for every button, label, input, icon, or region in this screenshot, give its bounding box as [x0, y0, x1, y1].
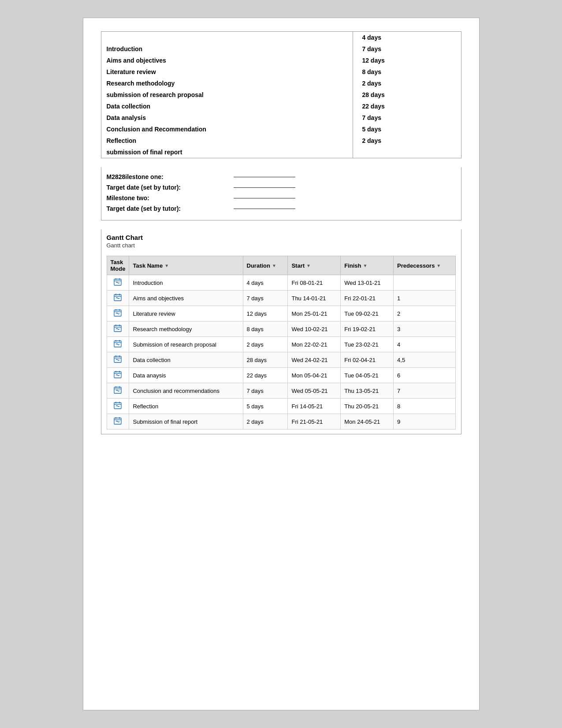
- summary-task-name: Conclusion and Recommendation: [101, 123, 353, 135]
- svg-rect-28: [114, 387, 121, 393]
- gantt-column-header[interactable]: Duration▼: [243, 256, 288, 275]
- gantt-task-name: Conclusion and recommendations: [129, 383, 243, 399]
- summary-duration: 4 days: [353, 32, 461, 44]
- gantt-start: Mon 05-04-21: [288, 368, 341, 383]
- svg-rect-24: [114, 372, 121, 378]
- gantt-predecessors: 4: [394, 337, 455, 352]
- svg-rect-4: [114, 295, 121, 301]
- task-mode-icon: [114, 309, 122, 318]
- svg-rect-32: [114, 403, 121, 409]
- milestone-label: Milestone two:: [107, 194, 230, 202]
- sort-arrow-icon[interactable]: ▼: [306, 263, 311, 268]
- summary-row: Conclusion and Recommendation5 days: [101, 123, 461, 135]
- gantt-finish: Thu 20-05-21: [341, 399, 394, 414]
- gantt-task-name: Aims and objectives: [129, 291, 243, 306]
- gantt-start: Fri 08-01-21: [288, 275, 341, 291]
- milestone-label: M2828ilestone one:: [107, 173, 230, 180]
- summary-row: submission of final report: [101, 146, 461, 158]
- gantt-duration: 7 days: [243, 291, 288, 306]
- gantt-start: Mon 25-01-21: [288, 306, 341, 321]
- svg-rect-36: [114, 418, 121, 424]
- gantt-duration: 2 days: [243, 414, 288, 429]
- gantt-table: Task ModeTask Name▼Duration▼Start▼Finish…: [107, 256, 456, 429]
- gantt-subtitle: Gantt chart: [107, 242, 456, 249]
- sort-arrow-icon[interactable]: ▼: [363, 263, 368, 268]
- svg-rect-12: [114, 325, 121, 332]
- gantt-duration: 2 days: [243, 337, 288, 352]
- summary-row: Data collection22 days: [101, 101, 461, 112]
- summary-row: Data analysis7 days: [101, 112, 461, 123]
- gantt-task-name: Reflection: [129, 399, 243, 414]
- summary-row: 4 days: [101, 32, 461, 44]
- task-mode-cell: [107, 352, 129, 368]
- milestones-section: M2828ilestone one:Target date (set by tu…: [101, 167, 462, 220]
- gantt-row: Research methodology8 daysWed 10-02-21Fr…: [107, 321, 455, 337]
- summary-task-name: [101, 32, 353, 44]
- gantt-column-header[interactable]: Finish▼: [341, 256, 394, 275]
- milestone-row: Target date (set by tutor):: [107, 184, 456, 191]
- sort-arrow-icon[interactable]: ▼: [272, 263, 276, 268]
- gantt-row: Submission of research proposal2 daysMon…: [107, 337, 455, 352]
- gantt-finish: Tue 04-05-21: [341, 368, 394, 383]
- gantt-duration: 28 days: [243, 352, 288, 368]
- task-mode-icon: [114, 278, 122, 287]
- column-label: Finish: [344, 262, 361, 269]
- summary-table: 4 daysIntroduction7 daysAims and objecti…: [101, 31, 462, 158]
- gantt-task-name: Research methodology: [129, 321, 243, 337]
- gantt-column-header[interactable]: Start▼: [288, 256, 341, 275]
- gantt-finish: Fri 02-04-21: [341, 352, 394, 368]
- task-mode-icon: [114, 386, 122, 396]
- gantt-row: Data collection28 daysWed 24-02-21Fri 02…: [107, 352, 455, 368]
- task-mode-cell: [107, 383, 129, 399]
- gantt-predecessors: 9: [394, 414, 455, 429]
- column-label: Duration: [247, 262, 270, 269]
- page: 4 daysIntroduction7 daysAims and objecti…: [83, 18, 480, 710]
- gantt-finish: Fri 22-01-21: [341, 291, 394, 306]
- summary-task-name: Data analysis: [101, 112, 353, 123]
- gantt-task-name: Introduction: [129, 275, 243, 291]
- gantt-duration: 22 days: [243, 368, 288, 383]
- task-mode-cell: [107, 306, 129, 321]
- summary-row: Research methodology2 days: [101, 78, 461, 89]
- summary-row: Introduction7 days: [101, 43, 461, 55]
- gantt-duration: 5 days: [243, 399, 288, 414]
- svg-rect-20: [114, 356, 121, 362]
- sort-arrow-icon[interactable]: ▼: [436, 263, 441, 268]
- gantt-predecessors: [394, 275, 455, 291]
- task-mode-icon: [114, 417, 122, 426]
- svg-rect-8: [114, 310, 121, 316]
- summary-duration: 22 days: [353, 101, 461, 112]
- gantt-row: Submission of final report2 daysFri 21-0…: [107, 414, 455, 429]
- gantt-start: Thu 14-01-21: [288, 291, 341, 306]
- gantt-predecessors: 2: [394, 306, 455, 321]
- gantt-column-header[interactable]: Task Mode: [107, 256, 129, 275]
- summary-task-name: Data collection: [101, 101, 353, 112]
- sort-arrow-icon[interactable]: ▼: [164, 263, 169, 268]
- task-mode-cell: [107, 337, 129, 352]
- gantt-start: Mon 22-02-21: [288, 337, 341, 352]
- gantt-duration: 8 days: [243, 321, 288, 337]
- gantt-finish: Fri 19-02-21: [341, 321, 394, 337]
- gantt-section: Gantt Chart Gantt chart Task ModeTask Na…: [101, 229, 462, 434]
- gantt-finish: Wed 13-01-21: [341, 275, 394, 291]
- task-mode-cell: [107, 399, 129, 414]
- milestone-row: M2828ilestone one:: [107, 173, 456, 180]
- column-label: Start: [291, 262, 305, 269]
- gantt-column-header[interactable]: Predecessors▼: [394, 256, 455, 275]
- gantt-start: Fri 21-05-21: [288, 414, 341, 429]
- gantt-finish: Tue 23-02-21: [341, 337, 394, 352]
- summary-duration: 12 days: [353, 55, 461, 66]
- gantt-start: Wed 10-02-21: [288, 321, 341, 337]
- gantt-task-name: Submission of final report: [129, 414, 243, 429]
- milestone-line: [234, 177, 295, 177]
- summary-task-name: Reflection: [101, 135, 353, 146]
- column-label: Predecessors: [397, 262, 435, 269]
- summary-duration: 28 days: [353, 89, 461, 101]
- milestone-label: Target date (set by tutor):: [107, 205, 230, 212]
- summary-duration: 5 days: [353, 123, 461, 135]
- gantt-predecessors: 8: [394, 399, 455, 414]
- gantt-column-header[interactable]: Task Name▼: [129, 256, 243, 275]
- task-mode-cell: [107, 368, 129, 383]
- milestone-row: Target date (set by tutor):: [107, 205, 456, 212]
- gantt-finish: Thu 13-05-21: [341, 383, 394, 399]
